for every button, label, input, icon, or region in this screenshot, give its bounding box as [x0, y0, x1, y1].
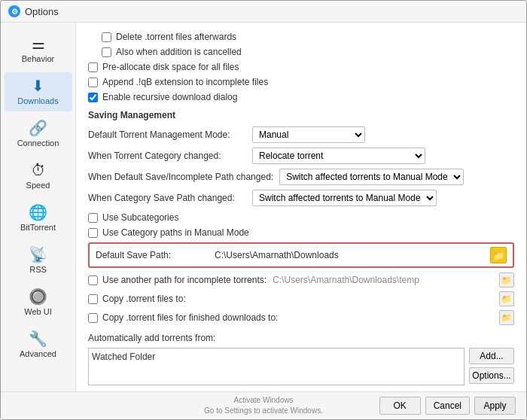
copy-torrent-finished-checkbox[interactable]	[88, 313, 98, 323]
default-mode-select[interactable]: Manual	[252, 126, 365, 143]
delete-torrent-label: Delete .torrent files afterwards	[116, 32, 236, 42]
saving-management-grid: Default Torrent Management Mode: Manual …	[88, 126, 514, 206]
watched-folder-box[interactable]: Watched Folder	[88, 348, 465, 385]
sidebar-item-webui[interactable]: 🔘 Web UI	[5, 283, 72, 322]
bottom-buttons: OK Cancel Apply	[379, 397, 516, 415]
incomplete-path-checkbox[interactable]	[88, 275, 98, 285]
webui-icon: 🔘	[29, 289, 47, 304]
sidebar: ⚌ Behavior ⬇ Downloads 🔗 Connection ⏱ Sp…	[1, 23, 76, 391]
category-save-path-changed-row: When Category Save Path changed: Switch …	[88, 190, 514, 206]
save-path-label: Default Save Path:	[96, 250, 209, 260]
default-save-path-changed-row: When Default Save/Incomplete Path change…	[88, 169, 514, 185]
watched-folder-container: Watched Folder	[88, 348, 465, 385]
add-buttons: Add... Options...	[469, 348, 514, 384]
ok-button[interactable]: OK	[379, 397, 421, 415]
enable-recursive-checkbox[interactable]	[88, 93, 98, 102]
advanced-icon: 🔧	[29, 331, 47, 346]
save-path-folder-button[interactable]: 📁	[490, 247, 507, 263]
sidebar-item-label: Web UI	[24, 307, 51, 316]
rss-icon: 📡	[29, 247, 47, 262]
incomplete-path-row: Use another path for incomplete torrents…	[88, 272, 514, 288]
apply-button[interactable]: Apply	[474, 397, 516, 415]
category-changed-row: When Torrent Category changed: Relocate …	[88, 148, 514, 164]
default-mode-row: Default Torrent Management Mode: Manual	[88, 126, 514, 143]
watched-folder-text: Watched Folder	[92, 352, 155, 362]
copy-torrent-folder-button[interactable]: 📁	[499, 291, 514, 306]
copy-torrent-checkbox[interactable]	[88, 294, 98, 304]
default-save-path-changed-label: When Default Save/Incomplete Path change…	[88, 172, 273, 182]
auto-add-section: Automatically add torrents from: Watched…	[88, 333, 514, 385]
sidebar-item-advanced[interactable]: 🔧 Advanced	[5, 325, 72, 364]
pre-allocate-row: Pre-allocate disk space for all files	[88, 62, 514, 72]
sidebar-item-speed[interactable]: ⏱ Speed	[5, 157, 72, 196]
connection-icon: 🔗	[29, 120, 47, 135]
incomplete-path-label: Use another path for incomplete torrents…	[102, 275, 267, 285]
copy-torrent-row: Copy .torrent files to: 📁	[88, 291, 514, 306]
use-category-paths-label: Use Category paths in Manual Mode	[102, 227, 249, 238]
use-subcategories-checkbox[interactable]	[88, 213, 98, 223]
use-category-paths-row: Use Category paths in Manual Mode	[88, 227, 514, 238]
use-subcategories-row: Use Subcategories	[88, 212, 514, 223]
default-save-path-changed-select[interactable]: Switch affected torrents to Manual Mode	[279, 169, 464, 185]
append-ext-row: Append .!qB extension to incomplete file…	[88, 77, 514, 87]
bittorrent-icon: 🌐	[29, 205, 47, 220]
enable-recursive-label: Enable recursive download dialog	[102, 92, 237, 102]
pre-allocate-checkbox[interactable]	[88, 62, 98, 72]
add-button[interactable]: Add...	[469, 348, 514, 364]
sidebar-item-behavior[interactable]: ⚌ Behavior	[5, 30, 72, 69]
category-save-path-changed-select[interactable]: Switch affected torrents to Manual Mode	[252, 190, 437, 206]
activate-windows-message: Activate Windows Go to Settings to activ…	[204, 395, 323, 416]
category-save-path-changed-label: When Category Save Path changed:	[88, 193, 246, 203]
sidebar-item-label: Speed	[26, 181, 50, 190]
default-mode-label: Default Torrent Management Mode:	[88, 129, 246, 140]
options-button[interactable]: Options...	[469, 367, 514, 384]
window-title: Options	[25, 6, 59, 17]
sidebar-item-label: BitTorrent	[20, 223, 56, 232]
watched-area: Watched Folder Add... Options...	[88, 348, 514, 385]
behavior-icon: ⚌	[32, 36, 45, 51]
also-cancelled-row: Also when addition is cancelled	[102, 47, 514, 57]
sidebar-item-downloads[interactable]: ⬇ Downloads	[5, 72, 72, 111]
also-cancelled-label: Also when addition is cancelled	[116, 47, 242, 57]
append-ext-checkbox[interactable]	[88, 78, 98, 87]
sidebar-item-label: Connection	[17, 138, 59, 148]
sidebar-item-bittorrent[interactable]: 🌐 BitTorrent	[5, 199, 72, 238]
category-changed-select[interactable]: Relocate torrent	[252, 148, 425, 164]
sidebar-item-connection[interactable]: 🔗 Connection	[5, 114, 72, 154]
incomplete-path-value: C:\Users\Amarnath\Downloads\temp	[273, 275, 493, 285]
sidebar-item-rss[interactable]: 📡 RSS	[5, 241, 72, 280]
copy-torrent-finished-label: Copy .torrent files for finished downloa…	[102, 312, 278, 323]
delete-torrent-checkbox[interactable]	[102, 32, 111, 42]
speed-icon: ⏱	[31, 163, 46, 178]
downloads-icon: ⬇	[32, 78, 44, 93]
sidebar-item-label: Advanced	[20, 349, 56, 358]
incomplete-path-folder-button[interactable]: 📁	[499, 272, 514, 288]
use-category-paths-checkbox[interactable]	[88, 228, 98, 238]
main-content: ⚌ Behavior ⬇ Downloads 🔗 Connection ⏱ Sp…	[1, 23, 526, 391]
use-subcategories-label: Use Subcategories	[102, 212, 178, 223]
sidebar-item-label: RSS	[29, 265, 47, 274]
cancel-button[interactable]: Cancel	[425, 397, 470, 415]
pre-allocate-label: Pre-allocate disk space for all files	[102, 62, 239, 72]
content-area: Delete .torrent files afterwards Also wh…	[76, 23, 526, 391]
enable-recursive-row: Enable recursive download dialog	[88, 92, 514, 102]
category-changed-label: When Torrent Category changed:	[88, 151, 246, 161]
copy-torrent-finished-row: Copy .torrent files for finished downloa…	[88, 310, 514, 325]
append-ext-label: Append .!qB extension to incomplete file…	[102, 77, 268, 87]
saving-management-title: Saving Management	[88, 110, 514, 120]
options-window: ⚙ Options ⚌ Behavior ⬇ Downloads 🔗 Conne…	[0, 0, 527, 420]
sidebar-item-label: Downloads	[17, 96, 58, 105]
titlebar: ⚙ Options	[1, 1, 526, 23]
app-icon: ⚙	[8, 5, 20, 17]
also-cancelled-checkbox[interactable]	[102, 47, 111, 57]
bottom-bar: Activate Windows Go to Settings to activ…	[1, 391, 526, 419]
copy-torrent-label: Copy .torrent files to:	[102, 294, 260, 304]
sidebar-item-label: Behavior	[22, 54, 54, 63]
auto-add-label: Automatically add torrents from:	[88, 333, 514, 343]
save-path-value: C:\Users\Amarnath\Downloads	[215, 250, 484, 260]
default-save-path-row: Default Save Path: C:\Users\Amarnath\Dow…	[88, 242, 514, 268]
delete-torrent-row: Delete .torrent files afterwards	[102, 32, 514, 42]
copy-torrent-finished-folder-button[interactable]: 📁	[499, 310, 514, 325]
